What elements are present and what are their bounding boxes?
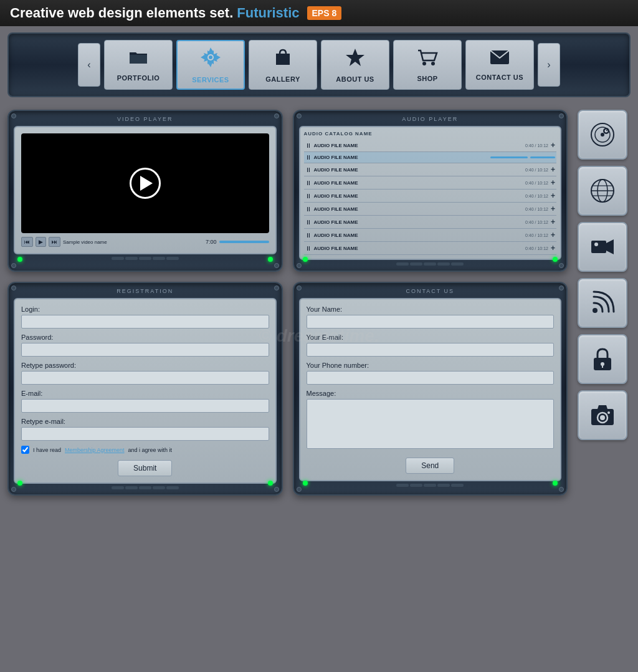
audio-add-button[interactable]: + [551, 231, 555, 239]
email-input[interactable] [21, 399, 269, 413]
audio-file-list: ⏸AUDIO FILE NAME0:40 / 10:12+⏸AUDIO FILE… [304, 139, 557, 255]
nav-item-portfolio-label: PORTFOLIO [117, 74, 160, 82]
header-title: Creative web design elements set. [10, 5, 233, 21]
globe-icon [589, 177, 616, 204]
globe-button[interactable] [578, 166, 627, 216]
registration-label: REGISTRATION [14, 288, 277, 294]
eps-badge: EPS 8 [307, 6, 342, 20]
audio-pause-icon[interactable]: ⏸ [305, 154, 312, 161]
star-icon [345, 47, 366, 72]
password-section: Password: [21, 334, 269, 357]
video-fast-forward-button[interactable]: ⏭ [49, 237, 60, 247]
audio-add-button[interactable]: + [551, 178, 555, 187]
login-input[interactable] [21, 315, 269, 329]
audio-pause-icon[interactable]: ⏸ [305, 245, 312, 252]
svg-point-20 [594, 242, 598, 246]
audio-row[interactable]: ⏸AUDIO FILE NAME0:40 / 10:12+ [304, 216, 557, 229]
reg-led-right [268, 481, 273, 486]
left-panels: VIDEO PLAYER ⏮ ▶ ⏭ Sample video name 7:0… [7, 110, 568, 496]
rss-button[interactable] [578, 278, 627, 328]
audio-row[interactable]: ⏸AUDIO FILE NAME0:40 / 10:12+ [304, 190, 557, 203]
audio-row[interactable]: ⏸AUDIO FILE NAME0:40 / 10:12+ [304, 176, 557, 190]
audio-add-button[interactable]: + [551, 141, 555, 150]
audio-progress-bar[interactable] [490, 156, 528, 158]
nav-item-services-label: SERVICES [192, 76, 229, 84]
audio-pause-icon[interactable]: ⏸ [305, 206, 312, 213]
folder-icon [128, 49, 148, 70]
audio-pause-icon[interactable]: ⏸ [305, 180, 312, 186]
retype-password-input[interactable] [21, 371, 269, 385]
video-rewind-button[interactable]: ⏮ [21, 237, 33, 247]
video-play-button[interactable] [130, 168, 161, 199]
audio-add-button[interactable]: + [551, 165, 555, 174]
audio-row[interactable]: ⏸AUDIO FILE NAME0:40 / 10:12+ [304, 163, 557, 176]
nav-next-button[interactable]: › [538, 43, 560, 87]
video-play-ctrl-button[interactable]: ▶ [36, 237, 46, 247]
message-textarea[interactable] [307, 399, 555, 449]
registration-inner: Login: Password: Retype password: E-mail… [14, 298, 277, 484]
nav-item-about[interactable]: ABOUT US [321, 40, 389, 90]
your-phone-section: Your Phone number: [307, 362, 555, 385]
submit-button[interactable]: Submit [118, 460, 172, 476]
lock-button[interactable] [578, 334, 627, 384]
svg-point-27 [600, 415, 605, 420]
your-name-input[interactable] [307, 315, 555, 329]
nav-item-contact[interactable]: CONTACT US [465, 40, 534, 90]
contact-led-left [303, 481, 308, 486]
audio-led-right [553, 257, 558, 262]
send-button[interactable]: Send [406, 458, 454, 474]
led-right [268, 257, 273, 262]
audio-add-button[interactable]: + [551, 244, 555, 252]
audio-row[interactable]: ⏸AUDIO FILE NAME0:40 / 10:12+ [304, 139, 557, 152]
agreement-link[interactable]: Membership Agreement [65, 447, 125, 453]
your-email-label: Your E-mail: [307, 334, 555, 341]
audio-time: 0:40 / 10:12 [525, 143, 548, 148]
disc-button[interactable] [578, 110, 627, 160]
nav-bar: ‹ PORTFOLIO SERVICES [7, 32, 631, 97]
nav-item-gallery[interactable]: GALLERY [249, 40, 317, 90]
audio-time: 0:40 / 10:12 [525, 207, 548, 211]
agreement-checkbox[interactable] [21, 446, 29, 454]
audio-file-name: AUDIO FILE NAME [314, 155, 488, 160]
nav-item-services[interactable]: SERVICES [176, 40, 245, 90]
camera-icon [589, 401, 616, 429]
retype-email-label: Retype e-mail: [21, 418, 269, 425]
your-email-input[interactable] [307, 343, 555, 357]
nav-item-contact-label: CONTACT US [476, 74, 523, 81]
audio-add-button[interactable]: + [551, 191, 555, 200]
audio-row[interactable]: ⏸AUDIO FILE NAME [304, 152, 557, 163]
audio-pause-icon[interactable]: ⏸ [305, 232, 312, 239]
your-phone-label: Your Phone number: [307, 362, 555, 369]
retype-email-input[interactable] [21, 427, 269, 441]
video-progress-bar[interactable] [219, 241, 269, 243]
audio-add-button[interactable]: + [551, 218, 555, 226]
audio-add-button[interactable]: + [551, 204, 555, 213]
nav-item-shop[interactable]: SHOP [393, 40, 462, 90]
contact-led-right [553, 481, 558, 486]
lock-icon [589, 345, 616, 373]
audio-volume-bar[interactable] [530, 156, 555, 158]
nav-prev-button[interactable]: ‹ [78, 43, 100, 87]
audio-row[interactable]: ⏸AUDIO FILE NAME0:40 / 10:12+ [304, 229, 557, 242]
your-phone-input[interactable] [307, 371, 555, 385]
camera-button[interactable] [578, 390, 627, 440]
nav-item-shop-label: SHOP [417, 75, 437, 82]
gear-icon [200, 47, 221, 72]
audio-led-left [303, 257, 308, 262]
audio-pause-icon[interactable]: ⏸ [305, 193, 312, 199]
svg-point-4 [422, 62, 426, 65]
audio-pause-icon[interactable]: ⏸ [305, 166, 312, 173]
audio-pause-icon[interactable]: ⏸ [305, 219, 312, 226]
audio-row[interactable]: ⏸AUDIO FILE NAME0:40 / 10:12+ [304, 242, 557, 255]
svg-point-28 [607, 411, 610, 414]
svg-rect-18 [591, 241, 606, 253]
password-input[interactable] [21, 343, 269, 357]
audio-row[interactable]: ⏸AUDIO FILE NAME0:40 / 10:12+ [304, 203, 557, 216]
audio-file-name: AUDIO FILE NAME [314, 246, 523, 251]
video-camera-button[interactable] [578, 222, 627, 272]
audio-pause-icon[interactable]: ⏸ [305, 142, 312, 149]
registration-panel: REGISTRATION Login: Password: Retype pas… [7, 282, 283, 496]
svg-point-21 [593, 308, 598, 313]
nav-item-portfolio[interactable]: PORTFOLIO [104, 40, 173, 90]
svg-marker-3 [346, 49, 364, 66]
